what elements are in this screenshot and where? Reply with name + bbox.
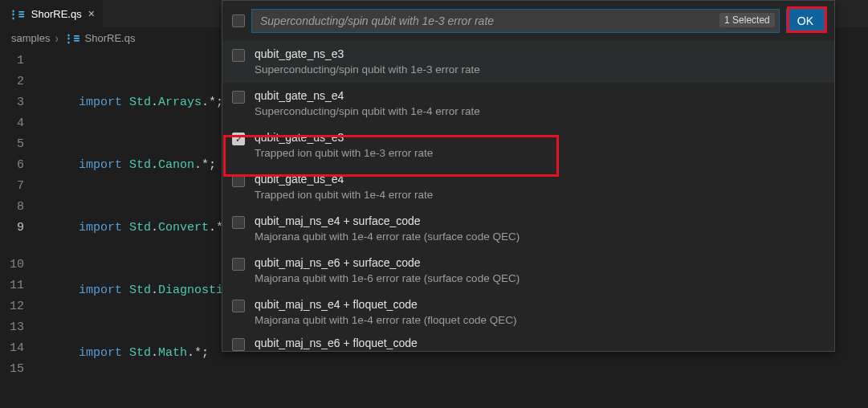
item-label: qubit_gate_ns_e3 [255, 46, 480, 62]
item-label: qubit_gate_us_e3 [255, 129, 433, 145]
item-label: qubit_maj_ns_e4 + floquet_code [255, 296, 516, 312]
item-checkbox[interactable] [232, 133, 245, 145]
editor-tab[interactable]: ⋮≡ ShorRE.qs × [0, 0, 103, 27]
tab-filename: ShorRE.qs [31, 8, 82, 20]
breadcrumb-file[interactable]: ShorRE.qs [85, 32, 136, 44]
item-description: Trapped ion qubit with 1e-4 error rate [255, 187, 433, 203]
select-all-checkbox[interactable] [232, 14, 245, 27]
quick-pick-item[interactable]: qubit_maj_ns_e6 + floquet_code [222, 333, 834, 351]
quick-pick: 1 Selected OK qubit_gate_ns_e3Supercondu… [222, 0, 835, 352]
item-label: qubit_maj_ns_e4 + surface_code [255, 213, 520, 229]
item-label: qubit_maj_ns_e6 + floquet_code [255, 335, 418, 351]
quick-pick-item[interactable]: qubit_gate_ns_e3Superconducting/spin qub… [222, 41, 834, 83]
item-checkbox[interactable] [232, 338, 245, 351]
item-checkbox[interactable] [232, 258, 245, 271]
breadcrumb-root[interactable]: samples [11, 32, 50, 44]
close-tab-icon[interactable]: × [88, 7, 95, 20]
item-description: Majorana qubit with 1e-6 error rate (sur… [255, 271, 520, 287]
quick-pick-item[interactable]: qubit_gate_us_e3Trapped ion qubit with 1… [222, 124, 834, 166]
chevron-right-icon: › [55, 31, 58, 45]
item-description: Superconducting/spin qubit with 1e-4 err… [255, 104, 480, 120]
item-description: Majorana qubit with 1e-4 error rate (flo… [255, 312, 516, 328]
quick-pick-header: 1 Selected OK [222, 1, 834, 41]
quick-pick-input[interactable] [251, 9, 780, 33]
item-description: Majorana qubit with 1e-4 error rate (sur… [255, 229, 520, 245]
qs-file-icon: ⋮≡ [8, 8, 25, 20]
selection-count-badge: 1 Selected [719, 13, 775, 27]
quick-pick-item[interactable]: qubit_maj_ns_e4 + surface_codeMajorana q… [222, 208, 834, 250]
item-description: Trapped ion qubit with 1e-3 error rate [255, 145, 433, 161]
item-label: qubit_gate_ns_e4 [255, 88, 480, 104]
item-checkbox[interactable] [232, 49, 245, 62]
quick-pick-item[interactable]: qubit_maj_ns_e4 + floquet_codeMajorana q… [222, 292, 834, 333]
quick-pick-list[interactable]: qubit_gate_ns_e3Superconducting/spin qub… [222, 41, 834, 351]
item-checkbox[interactable] [232, 216, 245, 229]
ok-button[interactable]: OK [786, 9, 825, 33]
item-checkbox[interactable] [232, 174, 245, 187]
quick-pick-item[interactable]: qubit_maj_ns_e6 + surface_codeMajorana q… [222, 250, 834, 292]
quick-pick-item[interactable]: qubit_gate_us_e4Trapped ion qubit with 1… [222, 166, 834, 208]
quick-pick-item[interactable]: qubit_gate_ns_e4Superconducting/spin qub… [222, 83, 834, 124]
item-label: qubit_gate_us_e4 [255, 171, 433, 187]
qs-file-icon: ⋮≡ [63, 32, 80, 44]
item-label: qubit_maj_ns_e6 + surface_code [255, 255, 520, 271]
item-checkbox[interactable] [232, 300, 245, 312]
item-checkbox[interactable] [232, 91, 245, 104]
line-gutter: 123 456 78 9 101112 131415 [0, 51, 39, 380]
item-description: Superconducting/spin qubit with 1e-3 err… [255, 62, 480, 78]
